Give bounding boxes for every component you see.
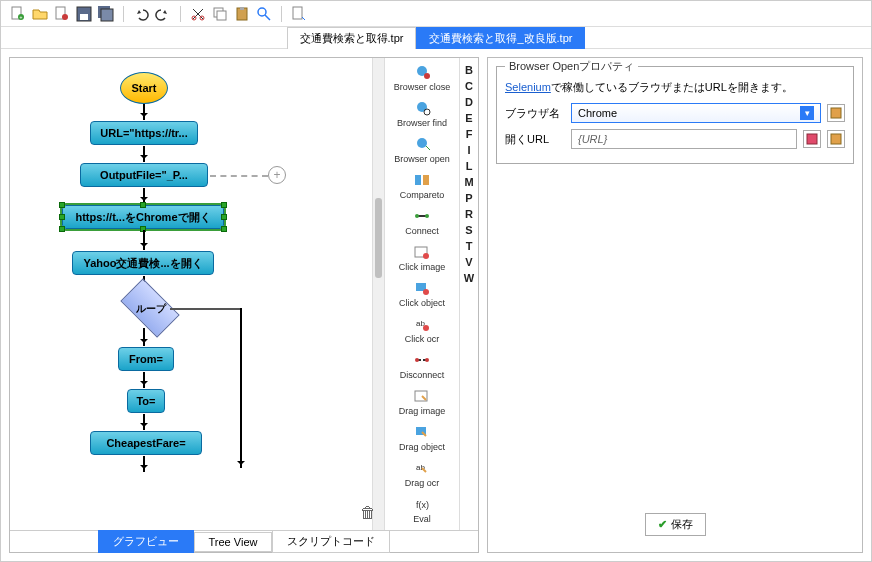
viewtab-graph[interactable]: グラフビュー [98,530,194,553]
cmd-browser-close[interactable]: Browser close [394,64,451,92]
idx-S[interactable]: S [465,224,472,236]
node-cheapest[interactable]: CheapestFare= [90,431,202,455]
idx-W[interactable]: W [464,272,474,284]
idx-M[interactable]: M [464,176,473,188]
browser-select[interactable]: Chrome ▾ [571,103,821,123]
browser-var-icon[interactable] [827,104,845,122]
svg-point-20 [424,109,430,115]
url-var-icon[interactable] [803,130,821,148]
cmd-drag-image[interactable]: Drag image [399,388,446,416]
cmd-connect[interactable]: Connect [405,208,439,236]
alphabet-index: B C D E F I L M P R S T V W [460,58,478,530]
svg-point-4 [62,14,68,20]
svg-point-29 [423,289,429,295]
svg-point-19 [417,102,427,112]
open-history-icon[interactable] [53,5,71,23]
svg-rect-12 [217,11,226,20]
idx-B[interactable]: B [465,64,473,76]
viewtab-script[interactable]: スクリプトコード [272,530,390,553]
tab-file-1[interactable]: 交通費検索と取得_改良版.tpr [416,27,585,49]
svg-point-32 [415,358,419,362]
property-group-title: Browser Openプロパティ [505,59,638,74]
idx-E[interactable]: E [465,112,472,124]
node-url[interactable]: URL="https://tr... [90,121,198,145]
svg-rect-14 [240,7,244,10]
cmd-drag-object[interactable]: Drag object [399,424,445,452]
start-node[interactable]: Start [120,72,168,104]
cmd-eval[interactable]: f(x)Eval [412,496,432,524]
url-input[interactable]: {URL} [571,129,797,149]
view-tabs: グラフビュー Tree View スクリプトコード [10,530,478,552]
svg-rect-8 [101,9,113,21]
flowchart-canvas[interactable]: Start URL="https://tr... OutputFile="_P.… [10,58,385,530]
cmd-drag-ocr[interactable]: abDrag ocr [405,460,440,488]
viewtab-tree[interactable]: Tree View [194,532,273,552]
svg-rect-42 [807,134,817,144]
cut-icon[interactable] [189,5,207,23]
selenium-link[interactable]: Selenium [505,81,551,93]
svg-point-24 [415,214,419,218]
cmd-compareto[interactable]: Compareto [400,172,445,200]
editor-tabs: 交通費検索と取得.tpr 交通費検索と取得_改良版.tpr [1,27,871,49]
paste-icon[interactable] [233,5,251,23]
scroll-thumb[interactable] [375,198,382,278]
flowchart-panel: Start URL="https://tr... OutputFile="_P.… [9,57,479,553]
idx-V[interactable]: V [465,256,472,268]
vertical-scrollbar[interactable] [372,58,384,530]
url-label: 開くURL [505,132,565,147]
cmd-browser-open[interactable]: Browser open [394,136,450,164]
idx-P[interactable]: P [465,192,472,204]
idx-C[interactable]: C [465,80,473,92]
check-icon: ✔ [658,518,667,531]
svg-point-15 [258,8,266,16]
chevron-down-icon: ▾ [800,106,814,120]
browser-label: ブラウザ名 [505,106,565,121]
svg-point-18 [424,73,430,79]
svg-rect-43 [831,134,841,144]
command-palette: Browser close Browser find Browser open … [385,58,460,530]
svg-rect-16 [293,7,302,19]
node-from[interactable]: From= [118,347,174,371]
url-pick-icon[interactable] [827,130,845,148]
svg-rect-23 [423,175,429,185]
property-panel: Browser Openプロパティ Seleniumで稼働しているブラウザまたは… [487,57,863,553]
idx-R[interactable]: R [465,208,473,220]
cmd-click-image[interactable]: Click image [399,244,446,272]
idx-F[interactable]: F [466,128,473,140]
tab-file-0[interactable]: 交通費検索と取得.tpr [287,27,417,49]
svg-rect-22 [415,175,421,185]
trash-icon[interactable]: 🗑 [360,504,376,522]
svg-text:f(x): f(x) [416,500,429,510]
property-description: Seleniumで稼働しているブラウザまたはURLを開きます。 [505,80,845,95]
idx-D[interactable]: D [465,96,473,108]
svg-point-21 [417,138,427,148]
node-yahoo[interactable]: Yahoo交通費検...を開く [72,251,214,275]
svg-point-33 [425,358,429,362]
refresh-icon[interactable] [290,5,308,23]
cmd-browser-find[interactable]: Browser find [397,100,447,128]
cmd-disconnect[interactable]: Disconnect [400,352,445,380]
svg-text:+: + [20,14,23,20]
open-file-icon[interactable] [31,5,49,23]
saveall-icon[interactable] [97,5,115,23]
svg-point-27 [423,253,429,259]
svg-rect-41 [831,108,841,118]
idx-T[interactable]: T [466,240,473,252]
svg-point-25 [425,214,429,218]
save-icon[interactable] [75,5,93,23]
undo-icon[interactable] [132,5,150,23]
search-icon[interactable] [255,5,273,23]
add-branch-icon[interactable]: + [268,166,286,184]
copy-icon[interactable] [211,5,229,23]
node-to[interactable]: To= [127,389,165,413]
new-file-icon[interactable]: + [9,5,27,23]
toolbar: + [1,1,871,27]
idx-I[interactable]: I [467,144,470,156]
svg-rect-6 [80,14,88,20]
idx-L[interactable]: L [466,160,473,172]
cmd-click-ocr[interactable]: abClick ocr [405,316,440,344]
save-button[interactable]: ✔ 保存 [645,513,706,536]
node-outputfile[interactable]: OutputFile="_P... [80,163,208,187]
redo-icon[interactable] [154,5,172,23]
cmd-click-object[interactable]: Click object [399,280,445,308]
